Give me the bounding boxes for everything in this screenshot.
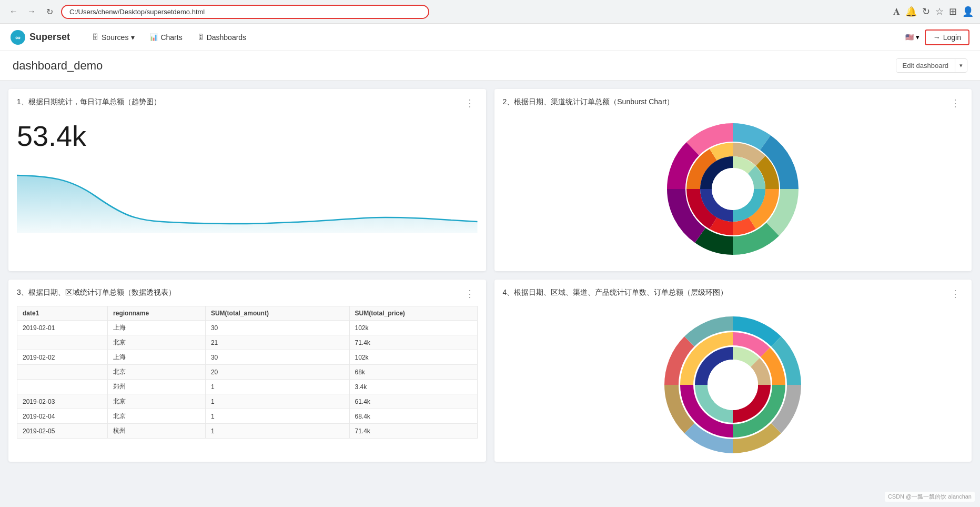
- browser-icon-3: ↻: [922, 6, 930, 17]
- chart-card-2: 2、根据日期、渠道统计订单总额（Sunburst Chart） ⋮: [494, 89, 972, 271]
- table-cell: [17, 380, 108, 394]
- forward-button[interactable]: →: [24, 4, 39, 19]
- browser-nav-buttons: ← → ↻: [6, 4, 57, 19]
- nav-sources[interactable]: 🗄 Sources ▾: [86, 30, 141, 45]
- chart-card-4: 4、根据日期、区域、渠道、产品统计订单数、订单总额（层级环图） ⋮: [494, 280, 972, 462]
- table-cell: 2019-02-01: [17, 321, 108, 335]
- sources-arrow-icon: ▾: [131, 33, 135, 42]
- chart-4-donut: [503, 306, 964, 453]
- lang-arrow-icon: ▾: [916, 33, 920, 41]
- table-cell: 2019-02-05: [17, 424, 108, 439]
- sources-label: Sources: [102, 33, 128, 42]
- table-cell: 3.4k: [349, 380, 477, 394]
- table-cell: 61.4k: [349, 394, 477, 409]
- chart-2-title: 2、根据日期、渠道统计订单总额（Sunburst Chart）: [503, 97, 674, 107]
- table-row: 郑州13.4k: [17, 380, 478, 394]
- dashboard-title-bar: dashboard_demo Edit dashboard ▾: [0, 51, 980, 81]
- donut-group: [664, 316, 801, 453]
- back-button[interactable]: ←: [6, 4, 21, 19]
- dashboard-content: 1、根据日期统计，每日订单总额（趋势图） ⋮ 53.4k 2、根据日期、渠道: [0, 81, 980, 470]
- table-cell: 杭州: [108, 424, 206, 439]
- table-cell: 102k: [349, 321, 477, 335]
- app-header: ∞ Superset 🗄 Sources ▾ 📊 Charts 🎛 Dashbo…: [0, 24, 980, 51]
- browser-bar: ← → ↻ 𝐀 🔔 ↻ ☆ ⊞ 👤: [0, 0, 980, 24]
- col-header-sum-amount: SUM(total_amount): [205, 306, 349, 321]
- dashboard-title: dashboard_demo: [13, 59, 103, 73]
- col-header-date1: date1: [17, 306, 108, 321]
- table-cell: 1: [205, 380, 349, 394]
- col-header-sum-price: SUM(total_price): [349, 306, 477, 321]
- table-cell: 上海: [108, 350, 206, 365]
- login-icon: →: [933, 33, 941, 42]
- edit-dashboard-button[interactable]: Edit dashboard ▾: [896, 58, 967, 73]
- login-button[interactable]: → Login: [925, 29, 969, 45]
- table-cell: 上海: [108, 321, 206, 335]
- sunburst-svg: [659, 115, 806, 263]
- chart-3-header: 3、根据日期、区域统计订单总额（数据透视表） ⋮: [17, 288, 478, 300]
- flag-icon: 🇺🇸: [905, 33, 914, 41]
- table-cell: 71.4k: [349, 424, 477, 439]
- table-cell: 北京: [108, 409, 206, 424]
- nav-charts[interactable]: 📊 Charts: [143, 30, 188, 45]
- chart-1-menu-button[interactable]: ⋮: [462, 97, 478, 109]
- table-cell: 1: [205, 394, 349, 409]
- chart-1-area-chart: [17, 165, 478, 233]
- chart-4-title: 4、根据日期、区域、渠道、产品统计订单数、订单总额（层级环图）: [503, 288, 728, 297]
- logo-icon: ∞: [11, 30, 25, 45]
- table-cell: 20: [205, 365, 349, 380]
- refresh-button[interactable]: ↻: [42, 4, 57, 19]
- browser-icon-2: 🔔: [905, 6, 917, 17]
- table-cell: [17, 335, 108, 350]
- table-row: 北京2068k: [17, 365, 478, 380]
- sunburst-center: [712, 168, 754, 210]
- table-row: 2019-02-01上海30102k: [17, 321, 478, 335]
- edit-btn-arrow-icon[interactable]: ▾: [955, 59, 967, 72]
- browser-icon-5: ⊞: [949, 6, 957, 17]
- edit-btn-text[interactable]: Edit dashboard: [896, 59, 955, 72]
- chart-2-menu-button[interactable]: ⋮: [947, 97, 963, 109]
- chart-4-header: 4、根据日期、区域、渠道、产品统计订单数、订单总额（层级环图） ⋮: [503, 288, 964, 300]
- header-right: 🇺🇸 ▾ → Login: [905, 29, 969, 45]
- pivot-table: date1 regionname SUM(total_amount) SUM(t…: [17, 306, 478, 439]
- chart-4-menu-button[interactable]: ⋮: [947, 288, 963, 300]
- table-cell: 30: [205, 321, 349, 335]
- donut-center: [708, 360, 758, 410]
- table-cell: 30: [205, 350, 349, 365]
- chart-1-title: 1、根据日期统计，每日订单总额（趋势图）: [17, 97, 161, 107]
- col-header-regionname: regionname: [108, 306, 206, 321]
- table-row: 2019-02-05杭州171.4k: [17, 424, 478, 439]
- app-logo: ∞ Superset: [11, 30, 70, 45]
- table-cell: 102k: [349, 350, 477, 365]
- table-cell: 2019-02-02: [17, 350, 108, 365]
- sunburst-group: [667, 123, 799, 255]
- charts-icon: 📊: [149, 33, 158, 41]
- table-cell: 68.4k: [349, 409, 477, 424]
- chart-2-header: 2、根据日期、渠道统计订单总额（Sunburst Chart） ⋮: [503, 97, 964, 109]
- area-fill: [17, 175, 478, 233]
- table-cell: 北京: [108, 394, 206, 409]
- nav-dashboards[interactable]: 🎛 Dashboards: [191, 30, 253, 45]
- logo-text: Superset: [29, 32, 70, 43]
- charts-label: Charts: [160, 33, 182, 42]
- chart-card-1: 1、根据日期统计，每日订单总额（趋势图） ⋮ 53.4k: [8, 89, 486, 271]
- chart-3-menu-button[interactable]: ⋮: [462, 288, 478, 300]
- table-row: 2019-02-04北京168.4k: [17, 409, 478, 424]
- url-bar[interactable]: [61, 5, 429, 19]
- dashboards-icon: 🎛: [197, 33, 204, 41]
- dashboards-label: Dashboards: [207, 33, 247, 42]
- table-cell: 北京: [108, 365, 206, 380]
- table-row: 2019-02-02上海30102k: [17, 350, 478, 365]
- table-cell: 1: [205, 409, 349, 424]
- nav-menu: 🗄 Sources ▾ 📊 Charts 🎛 Dashboards: [86, 30, 252, 45]
- language-selector[interactable]: 🇺🇸 ▾: [905, 33, 920, 41]
- table-cell: 21: [205, 335, 349, 350]
- chart-2-sunburst: [503, 115, 964, 263]
- browser-icon-6: 👤: [962, 6, 974, 17]
- login-label: Login: [943, 33, 961, 42]
- table-cell: 71.4k: [349, 335, 477, 350]
- table-cell: 1: [205, 424, 349, 439]
- chart-1-big-number: 53.4k: [17, 120, 478, 152]
- table-cell: 2019-02-03: [17, 394, 108, 409]
- table-row: 北京2171.4k: [17, 335, 478, 350]
- table-cell: 68k: [349, 365, 477, 380]
